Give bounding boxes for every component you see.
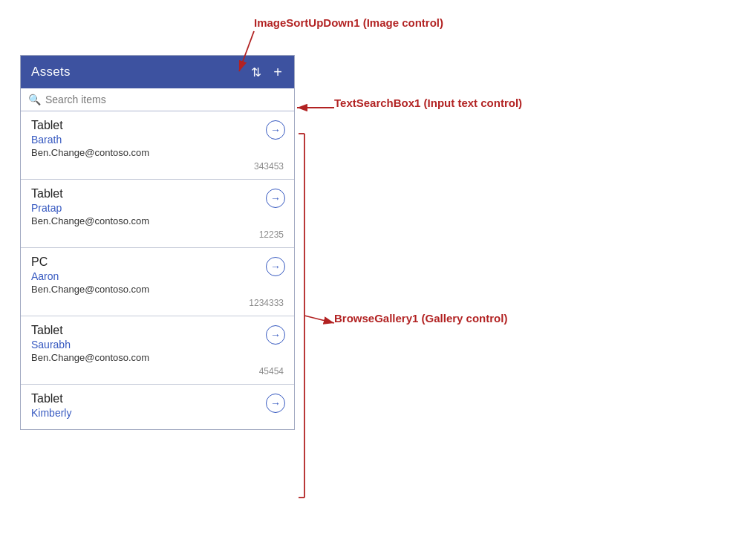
list-item: Tablet Pratap Ben.Change@contoso.com 122… xyxy=(21,180,294,248)
item-number: 343453 xyxy=(31,161,284,175)
item-email: Ben.Change@contoso.com xyxy=(31,147,284,158)
panel-header: Assets ⇅ + xyxy=(21,56,294,88)
item-name[interactable]: Pratap xyxy=(31,202,284,214)
svg-line-6 xyxy=(304,316,334,323)
sort-button[interactable]: ⇅ xyxy=(250,63,263,82)
item-type: Tablet xyxy=(31,392,284,405)
search-box: 🔍 xyxy=(21,88,294,111)
item-name[interactable]: Kimberly xyxy=(31,407,284,419)
item-email: Ben.Change@contoso.com xyxy=(31,352,284,363)
navigate-button[interactable]: → xyxy=(266,325,285,345)
search-annotation-label: TextSearchBox1 (Input text control) xyxy=(334,97,522,109)
item-name[interactable]: Saurabh xyxy=(31,339,284,351)
item-number: 12235 xyxy=(31,229,284,243)
list-item: Tablet Barath Ben.Change@contoso.com 343… xyxy=(21,111,294,180)
panel: Assets ⇅ + 🔍 Tablet Barath Ben.Change@co… xyxy=(20,55,295,430)
gallery-annotation-label: BrowseGallery1 (Gallery control) xyxy=(334,312,507,325)
item-type: Tablet xyxy=(31,324,284,337)
item-type: Tablet xyxy=(31,119,284,132)
navigate-button[interactable]: → xyxy=(266,257,285,276)
list-item: PC Aaron Ben.Change@contoso.com 1234333 … xyxy=(21,248,294,316)
item-email: Ben.Change@contoso.com xyxy=(31,215,284,226)
navigate-button[interactable]: → xyxy=(266,189,285,208)
item-email: Ben.Change@contoso.com xyxy=(31,284,284,295)
add-button[interactable]: + xyxy=(272,63,284,81)
item-number: 1234333 xyxy=(31,298,284,311)
item-name[interactable]: Aaron xyxy=(31,270,284,282)
plus-icon: + xyxy=(273,65,282,79)
gallery: Tablet Barath Ben.Change@contoso.com 343… xyxy=(21,111,294,429)
panel-title: Assets xyxy=(31,65,71,79)
search-input[interactable] xyxy=(45,94,287,105)
item-number: 45454 xyxy=(31,366,284,379)
sort-annotation-label: ImageSortUpDown1 (Image control) xyxy=(254,16,443,29)
navigate-button[interactable]: → xyxy=(266,120,285,140)
list-item: Tablet Kimberly → xyxy=(21,385,294,429)
navigate-button[interactable]: → xyxy=(266,394,285,413)
search-icon: 🔍 xyxy=(28,94,41,105)
item-type: Tablet xyxy=(31,187,284,200)
item-type: PC xyxy=(31,255,284,269)
sort-icon: ⇅ xyxy=(251,65,261,80)
list-item: Tablet Saurabh Ben.Change@contoso.com 45… xyxy=(21,316,294,385)
header-icons: ⇅ + xyxy=(250,63,284,82)
app-container: Assets ⇅ + 🔍 Tablet Barath Ben.Change@co… xyxy=(0,0,756,551)
item-name[interactable]: Barath xyxy=(31,134,284,146)
